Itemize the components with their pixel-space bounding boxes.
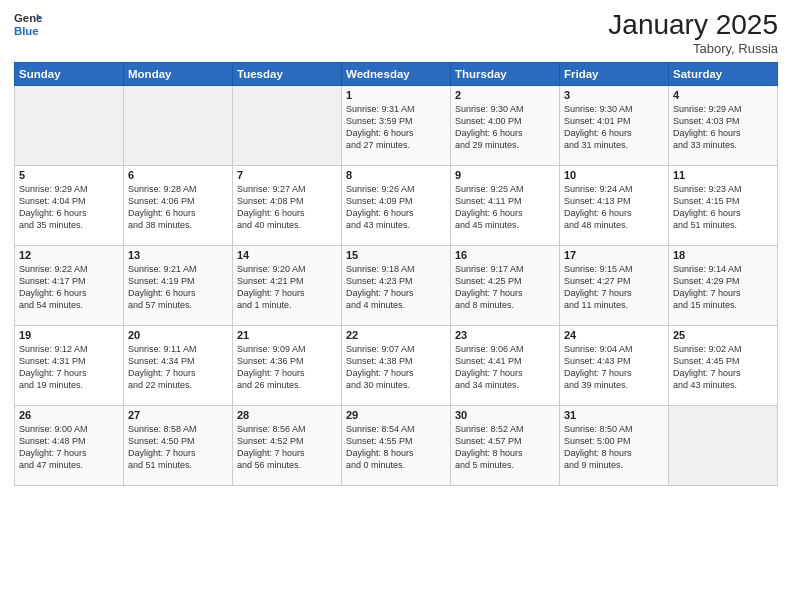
col-header-tuesday: Tuesday (233, 62, 342, 85)
col-header-thursday: Thursday (451, 62, 560, 85)
day-number: 5 (19, 169, 119, 181)
day-number: 20 (128, 329, 228, 341)
day-info: Sunrise: 9:30 AM Sunset: 4:01 PM Dayligh… (564, 103, 664, 152)
day-number: 28 (237, 409, 337, 421)
calendar-cell: 22Sunrise: 9:07 AM Sunset: 4:38 PM Dayli… (342, 325, 451, 405)
day-number: 12 (19, 249, 119, 261)
day-info: Sunrise: 9:09 AM Sunset: 4:36 PM Dayligh… (237, 343, 337, 392)
day-info: Sunrise: 9:07 AM Sunset: 4:38 PM Dayligh… (346, 343, 446, 392)
calendar-cell: 31Sunrise: 8:50 AM Sunset: 5:00 PM Dayli… (560, 405, 669, 485)
calendar-cell: 26Sunrise: 9:00 AM Sunset: 4:48 PM Dayli… (15, 405, 124, 485)
calendar-cell: 6Sunrise: 9:28 AM Sunset: 4:06 PM Daylig… (124, 165, 233, 245)
calendar-cell (124, 85, 233, 165)
calendar-cell: 30Sunrise: 8:52 AM Sunset: 4:57 PM Dayli… (451, 405, 560, 485)
day-number: 23 (455, 329, 555, 341)
day-info: Sunrise: 9:06 AM Sunset: 4:41 PM Dayligh… (455, 343, 555, 392)
day-info: Sunrise: 9:00 AM Sunset: 4:48 PM Dayligh… (19, 423, 119, 472)
day-number: 1 (346, 89, 446, 101)
day-info: Sunrise: 9:29 AM Sunset: 4:03 PM Dayligh… (673, 103, 773, 152)
day-info: Sunrise: 9:24 AM Sunset: 4:13 PM Dayligh… (564, 183, 664, 232)
day-number: 10 (564, 169, 664, 181)
day-info: Sunrise: 8:50 AM Sunset: 5:00 PM Dayligh… (564, 423, 664, 472)
day-number: 8 (346, 169, 446, 181)
logo: General Blue (14, 10, 42, 38)
day-info: Sunrise: 9:30 AM Sunset: 4:00 PM Dayligh… (455, 103, 555, 152)
day-number: 3 (564, 89, 664, 101)
day-number: 19 (19, 329, 119, 341)
day-number: 26 (19, 409, 119, 421)
day-info: Sunrise: 9:22 AM Sunset: 4:17 PM Dayligh… (19, 263, 119, 312)
calendar-cell: 11Sunrise: 9:23 AM Sunset: 4:15 PM Dayli… (669, 165, 778, 245)
calendar-cell: 16Sunrise: 9:17 AM Sunset: 4:25 PM Dayli… (451, 245, 560, 325)
day-number: 17 (564, 249, 664, 261)
calendar-cell (669, 405, 778, 485)
calendar-cell: 3Sunrise: 9:30 AM Sunset: 4:01 PM Daylig… (560, 85, 669, 165)
day-info: Sunrise: 8:54 AM Sunset: 4:55 PM Dayligh… (346, 423, 446, 472)
day-number: 15 (346, 249, 446, 261)
day-number: 18 (673, 249, 773, 261)
calendar-cell: 2Sunrise: 9:30 AM Sunset: 4:00 PM Daylig… (451, 85, 560, 165)
col-header-wednesday: Wednesday (342, 62, 451, 85)
calendar-cell: 25Sunrise: 9:02 AM Sunset: 4:45 PM Dayli… (669, 325, 778, 405)
col-header-monday: Monday (124, 62, 233, 85)
calendar-cell (15, 85, 124, 165)
calendar-cell: 24Sunrise: 9:04 AM Sunset: 4:43 PM Dayli… (560, 325, 669, 405)
day-number: 25 (673, 329, 773, 341)
day-info: Sunrise: 9:31 AM Sunset: 3:59 PM Dayligh… (346, 103, 446, 152)
calendar-cell: 15Sunrise: 9:18 AM Sunset: 4:23 PM Dayli… (342, 245, 451, 325)
month-title: January 2025 (608, 10, 778, 41)
calendar-cell: 29Sunrise: 8:54 AM Sunset: 4:55 PM Dayli… (342, 405, 451, 485)
day-number: 14 (237, 249, 337, 261)
calendar-table: SundayMondayTuesdayWednesdayThursdayFrid… (14, 62, 778, 486)
svg-text:Blue: Blue (14, 25, 39, 37)
header: General Blue January 2025 Tabory, Russia (14, 10, 778, 56)
logo-icon: General Blue (14, 10, 42, 38)
title-block: January 2025 Tabory, Russia (608, 10, 778, 56)
day-number: 16 (455, 249, 555, 261)
calendar-cell: 9Sunrise: 9:25 AM Sunset: 4:11 PM Daylig… (451, 165, 560, 245)
day-number: 9 (455, 169, 555, 181)
day-number: 2 (455, 89, 555, 101)
day-number: 11 (673, 169, 773, 181)
day-info: Sunrise: 9:20 AM Sunset: 4:21 PM Dayligh… (237, 263, 337, 312)
day-number: 29 (346, 409, 446, 421)
calendar-cell: 5Sunrise: 9:29 AM Sunset: 4:04 PM Daylig… (15, 165, 124, 245)
day-info: Sunrise: 9:17 AM Sunset: 4:25 PM Dayligh… (455, 263, 555, 312)
day-info: Sunrise: 9:04 AM Sunset: 4:43 PM Dayligh… (564, 343, 664, 392)
day-number: 30 (455, 409, 555, 421)
day-number: 7 (237, 169, 337, 181)
calendar-cell: 4Sunrise: 9:29 AM Sunset: 4:03 PM Daylig… (669, 85, 778, 165)
day-info: Sunrise: 9:02 AM Sunset: 4:45 PM Dayligh… (673, 343, 773, 392)
day-number: 22 (346, 329, 446, 341)
day-number: 24 (564, 329, 664, 341)
day-number: 21 (237, 329, 337, 341)
calendar-cell: 17Sunrise: 9:15 AM Sunset: 4:27 PM Dayli… (560, 245, 669, 325)
calendar-cell: 1Sunrise: 9:31 AM Sunset: 3:59 PM Daylig… (342, 85, 451, 165)
calendar-cell (233, 85, 342, 165)
calendar-cell: 21Sunrise: 9:09 AM Sunset: 4:36 PM Dayli… (233, 325, 342, 405)
calendar-cell: 12Sunrise: 9:22 AM Sunset: 4:17 PM Dayli… (15, 245, 124, 325)
calendar-cell: 8Sunrise: 9:26 AM Sunset: 4:09 PM Daylig… (342, 165, 451, 245)
calendar-cell: 27Sunrise: 8:58 AM Sunset: 4:50 PM Dayli… (124, 405, 233, 485)
day-number: 13 (128, 249, 228, 261)
day-info: Sunrise: 8:52 AM Sunset: 4:57 PM Dayligh… (455, 423, 555, 472)
day-info: Sunrise: 9:27 AM Sunset: 4:08 PM Dayligh… (237, 183, 337, 232)
col-header-friday: Friday (560, 62, 669, 85)
day-info: Sunrise: 9:29 AM Sunset: 4:04 PM Dayligh… (19, 183, 119, 232)
calendar-cell: 18Sunrise: 9:14 AM Sunset: 4:29 PM Dayli… (669, 245, 778, 325)
day-info: Sunrise: 9:23 AM Sunset: 4:15 PM Dayligh… (673, 183, 773, 232)
calendar-cell: 19Sunrise: 9:12 AM Sunset: 4:31 PM Dayli… (15, 325, 124, 405)
day-info: Sunrise: 9:21 AM Sunset: 4:19 PM Dayligh… (128, 263, 228, 312)
day-info: Sunrise: 9:12 AM Sunset: 4:31 PM Dayligh… (19, 343, 119, 392)
day-info: Sunrise: 9:26 AM Sunset: 4:09 PM Dayligh… (346, 183, 446, 232)
calendar-cell: 23Sunrise: 9:06 AM Sunset: 4:41 PM Dayli… (451, 325, 560, 405)
day-info: Sunrise: 9:18 AM Sunset: 4:23 PM Dayligh… (346, 263, 446, 312)
calendar-cell: 7Sunrise: 9:27 AM Sunset: 4:08 PM Daylig… (233, 165, 342, 245)
calendar-cell: 20Sunrise: 9:11 AM Sunset: 4:34 PM Dayli… (124, 325, 233, 405)
col-header-saturday: Saturday (669, 62, 778, 85)
day-info: Sunrise: 8:58 AM Sunset: 4:50 PM Dayligh… (128, 423, 228, 472)
day-info: Sunrise: 9:11 AM Sunset: 4:34 PM Dayligh… (128, 343, 228, 392)
day-number: 4 (673, 89, 773, 101)
day-number: 27 (128, 409, 228, 421)
day-number: 31 (564, 409, 664, 421)
